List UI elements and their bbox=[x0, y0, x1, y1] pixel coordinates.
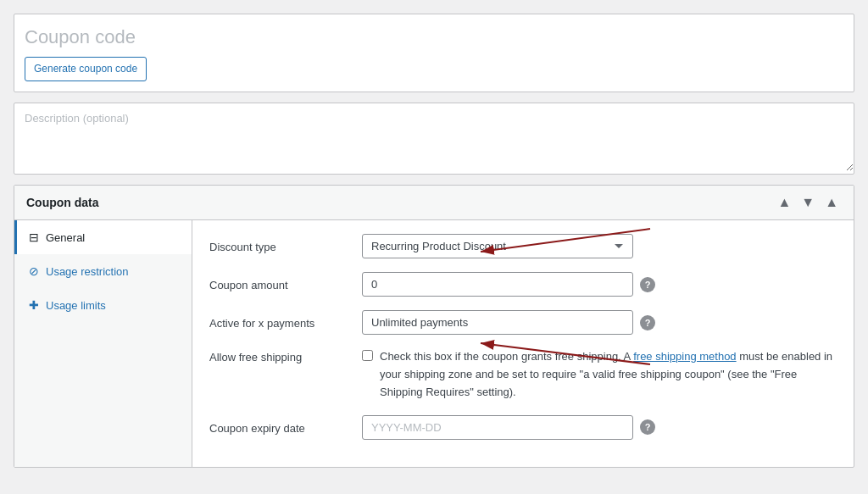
coupon-amount-label: Coupon amount bbox=[209, 272, 362, 291]
free-shipping-field: Check this box if the coupon grants free… bbox=[362, 348, 837, 401]
discount-type-field: Percentage discount Fixed cart discount … bbox=[362, 234, 837, 258]
collapse-down-button[interactable]: ▼ bbox=[798, 194, 818, 211]
discount-type-select[interactable]: Percentage discount Fixed cart discount … bbox=[362, 234, 633, 258]
tab-general-label: General bbox=[46, 231, 85, 244]
tab-content-general: Discount type Percentage discount Fixed … bbox=[192, 220, 854, 466]
free-shipping-text: Check this box if the coupon grants free… bbox=[380, 348, 837, 401]
free-shipping-label: Allow free shipping bbox=[209, 348, 362, 364]
active-payments-row: Active for x payments ? bbox=[209, 310, 837, 335]
free-shipping-link[interactable]: free shipping method bbox=[633, 350, 736, 363]
general-icon: ⊟ bbox=[29, 230, 39, 244]
discount-type-row: Discount type Percentage discount Fixed … bbox=[209, 234, 837, 258]
usage-limits-icon: ✚ bbox=[29, 298, 39, 312]
active-payments-label: Active for x payments bbox=[209, 310, 362, 330]
discount-type-label: Discount type bbox=[209, 234, 362, 253]
free-shipping-checkbox[interactable] bbox=[362, 350, 373, 361]
tab-usage-restriction[interactable]: ⊘ Usage restriction bbox=[14, 254, 192, 288]
usage-restriction-icon: ⊘ bbox=[29, 264, 39, 278]
coupon-expiry-label: Coupon expiry date bbox=[209, 415, 362, 435]
generate-coupon-button[interactable]: Generate coupon code bbox=[25, 57, 147, 81]
coupon-data-body: ⊟ General ⊘ Usage restriction ✚ Usage li… bbox=[14, 220, 854, 466]
tab-usage-limits[interactable]: ✚ Usage limits bbox=[14, 288, 192, 322]
active-payments-help-icon[interactable]: ? bbox=[640, 315, 655, 330]
collapse-up-button[interactable]: ▲ bbox=[774, 194, 794, 211]
tab-usage-limits-label: Usage limits bbox=[46, 299, 106, 312]
tabs-sidebar: ⊟ General ⊘ Usage restriction ✚ Usage li… bbox=[14, 220, 192, 466]
toggle-button[interactable]: ▲ bbox=[821, 194, 842, 211]
coupon-amount-field: ? bbox=[362, 272, 837, 297]
coupon-expiry-input[interactable] bbox=[362, 415, 633, 440]
tab-usage-restriction-label: Usage restriction bbox=[46, 265, 129, 278]
header-controls: ▲ ▼ ▲ bbox=[774, 194, 842, 211]
coupon-data-header: Coupon data ▲ ▼ ▲ bbox=[14, 186, 854, 220]
coupon-code-section: Generate coupon code bbox=[14, 14, 854, 92]
coupon-data-title: Coupon data bbox=[26, 196, 99, 209]
free-shipping-row: Allow free shipping Check this box if th… bbox=[209, 348, 837, 401]
description-section bbox=[14, 103, 854, 175]
coupon-expiry-field: ? bbox=[362, 415, 837, 440]
coupon-data-section: Coupon data ▲ ▼ ▲ ⊟ General ⊘ Usage rest… bbox=[14, 185, 854, 467]
coupon-amount-input[interactable] bbox=[362, 272, 633, 297]
active-payments-field: ? bbox=[362, 310, 837, 335]
coupon-expiry-row: Coupon expiry date ? bbox=[209, 415, 837, 440]
active-payments-input[interactable] bbox=[362, 310, 633, 335]
tab-general[interactable]: ⊟ General bbox=[14, 220, 192, 254]
coupon-amount-row: Coupon amount ? bbox=[209, 272, 837, 297]
coupon-amount-help-icon[interactable]: ? bbox=[640, 277, 655, 292]
description-textarea[interactable] bbox=[14, 103, 854, 171]
coupon-code-input[interactable] bbox=[25, 25, 843, 50]
coupon-expiry-help-icon[interactable]: ? bbox=[640, 419, 655, 435]
